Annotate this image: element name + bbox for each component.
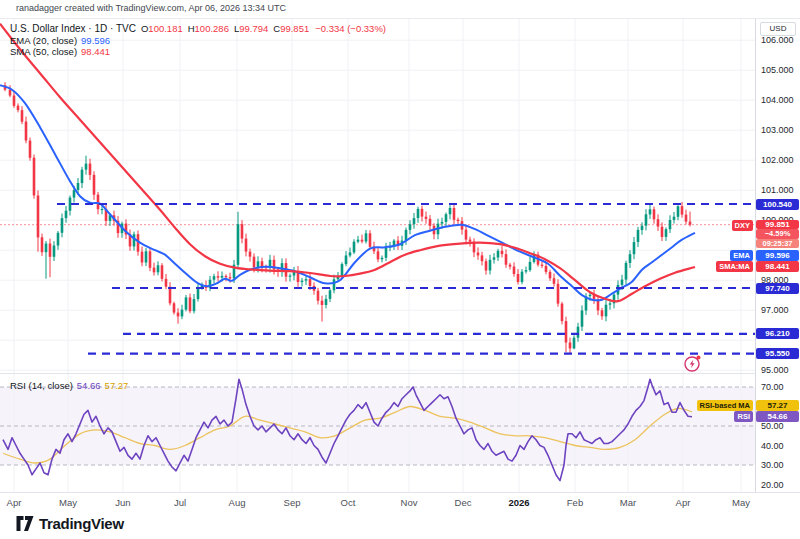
change-value: −0.334 (−0.33%) [315,23,386,34]
tradingview-logo-text: TradingView [39,515,124,532]
rsi-axis-label: 50.00 [761,421,784,431]
price-axis-label: 101.000 [761,185,794,195]
pane-separator[interactable] [0,373,800,374]
price-axis-label: 97.000 [761,305,789,315]
price-axis-label: 95.000 [761,365,789,375]
time-axis-label: Aug [229,497,246,508]
price-axis-label: 103.000 [761,125,794,135]
price-axis-label: 106.000 [761,35,794,45]
price-axis-label: 98.000 [761,275,789,285]
sma-value: 98.441 [81,46,110,57]
rsi-value: 54.66 [77,380,101,391]
time-axis-label: Jul [174,497,186,508]
time-axis-label: Dec [455,497,472,508]
currency-label: USD [760,22,796,36]
bottom-bar: TradingView [0,512,800,539]
price-axis[interactable]: USD 106.000105.000104.000103.000102.0001… [755,19,800,493]
ohlc-number: 100.181 [148,23,182,34]
time-axis-label: Apr [7,497,22,508]
attribution-text: ranadagger created with TradingView.com,… [16,3,286,13]
time-axis-label: Nov [401,497,418,508]
ohlc-number: 99.794 [239,23,268,34]
tradingview-logo[interactable]: TradingView [16,515,124,532]
rsi-axis-label: 20.00 [761,480,784,490]
time-axis-label: 2026 [508,497,529,508]
time-axis-label: Oct [341,497,356,508]
rsi-axis-label: 70.00 [761,382,784,392]
sma-legend-row[interactable]: SMA (50, close)98.441 [10,44,386,56]
main-price-chart[interactable] [0,19,755,373]
time-axis[interactable]: AprMayJunJulAugSepOctNovDec2026FebMarApr… [0,492,800,513]
ohlc-letter: H [188,23,195,34]
ohlc-values: O100.181H100.286L99.794C99.851 [136,18,309,35]
rsi-axis-label: 30.00 [761,460,784,470]
rsi-label: RSI (14, close) [10,380,73,391]
symbol-legend-row[interactable]: U.S. Dollar Index · 1D · TVCO100.181H100… [10,21,386,33]
price-axis-label: 105.000 [761,65,794,75]
sma-label: SMA (50, close) [10,46,77,57]
ohlc-number: 100.286 [195,23,229,34]
rsi-ma-value: 57.27 [105,380,129,391]
time-axis-label: Feb [567,497,583,508]
price-axis-label: 100.000 [761,215,794,225]
ohlc-number: 99.851 [280,23,309,34]
tradingview-logo-icon [16,515,34,532]
time-axis-label: Apr [676,497,691,508]
time-axis-label: Mar [620,497,636,508]
price-axis-label: 104.000 [761,95,794,105]
chart-area[interactable]: USD 106.000105.000104.000103.000102.0001… [0,18,800,493]
flash-alert-icon[interactable] [683,354,702,373]
time-axis-label: May [732,497,750,508]
time-axis-label: Jun [115,497,130,508]
rsi-axis-label: 40.00 [761,441,784,451]
time-axis-label: May [59,497,77,508]
tradingview-chart-snapshot: ranadagger created with TradingView.com,… [0,0,800,539]
rsi-legend-row[interactable]: RSI (14, close)54.6657.27 [10,375,128,393]
price-axis-label: 102.000 [761,155,794,165]
legend-panel: U.S. Dollar Index · 1D · TVCO100.181H100… [10,21,386,56]
time-axis-label: Sep [284,497,301,508]
